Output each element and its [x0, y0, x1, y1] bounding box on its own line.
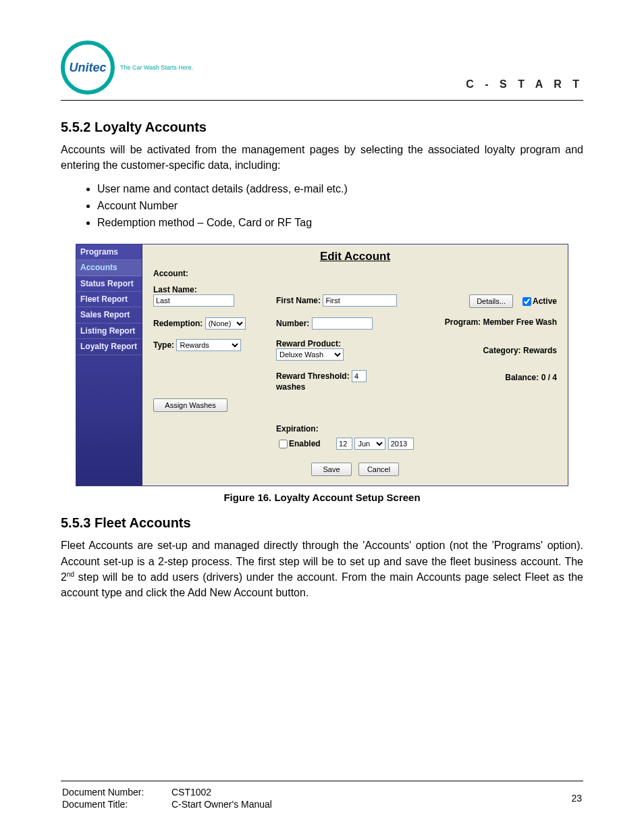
- active-label: Active: [533, 296, 557, 306]
- account-label: Account:: [153, 269, 188, 278]
- bullet-item: User name and contact details (address, …: [97, 181, 583, 198]
- section-552-bullets: User name and contact details (address, …: [61, 181, 583, 231]
- footer-doctitle-value: C-Start Owner's Manual: [171, 799, 540, 810]
- reward-threshold-unit: washes: [276, 382, 431, 392]
- category-value: Rewards: [523, 346, 557, 355]
- enabled-label: Enabled: [289, 439, 321, 448]
- enabled-checkbox[interactable]: [279, 440, 288, 448]
- type-label: Type:: [153, 340, 174, 350]
- sidebar: Programs Accounts Status Report Fleet Re…: [76, 244, 142, 486]
- sidebar-item-sales-report[interactable]: Sales Report: [76, 307, 142, 323]
- bullet-item: Account Number: [97, 198, 583, 215]
- type-select[interactable]: Rewards: [176, 339, 241, 351]
- cancel-button[interactable]: Cancel: [358, 463, 399, 476]
- section-553-para: Fleet Accounts are set-up and managed di…: [61, 538, 583, 600]
- sidebar-item-fleet-report[interactable]: Fleet Report: [76, 292, 142, 307]
- logo-tagline: The Car Wash Starts Here.: [120, 64, 193, 71]
- superscript-nd: nd: [67, 570, 74, 577]
- firstname-label: First Name:: [276, 296, 321, 305]
- logo-text: Unitec: [69, 61, 106, 75]
- redemption-label: Redemption:: [153, 319, 203, 328]
- footer-rule: [61, 781, 583, 781]
- reward-threshold-label: Reward Threshold:: [276, 371, 350, 381]
- lastname-label: Last Name:: [153, 285, 268, 294]
- reward-product-select[interactable]: Deluxe Wash: [276, 348, 344, 361]
- reward-product-label: Reward Product:: [276, 339, 431, 348]
- bullet-item: Redemption method – Code, Card or RF Tag: [97, 215, 583, 232]
- program-label: Program:: [445, 317, 481, 327]
- assign-washes-button[interactable]: Assign Washes: [153, 398, 227, 412]
- sidebar-item-status-report[interactable]: Status Report: [76, 276, 142, 292]
- number-input[interactable]: [312, 317, 373, 330]
- program-value: Member Free Wash: [483, 317, 557, 327]
- sidebar-item-programs[interactable]: Programs: [76, 244, 142, 260]
- redemption-select[interactable]: (None): [205, 317, 246, 330]
- category-label: Category:: [483, 346, 521, 355]
- expiration-month-select[interactable]: Jun: [354, 438, 385, 450]
- section-553-heading: 5.5.3 Fleet Accounts: [61, 515, 583, 531]
- active-checkbox[interactable]: [522, 297, 531, 306]
- figure-caption: Figure 16. Loyalty Account Setup Screen: [76, 492, 568, 503]
- sidebar-item-listing-report[interactable]: Listing Report: [76, 323, 142, 339]
- save-button[interactable]: Save: [311, 463, 352, 476]
- logo-mark: Unitec: [61, 41, 115, 95]
- expiration-day-input[interactable]: [336, 438, 352, 450]
- logo: Unitec The Car Wash Starts Here.: [61, 41, 193, 95]
- section-553-para-b: step will be to add users (drivers) unde…: [61, 571, 583, 598]
- balance-value: 0 / 4: [541, 373, 557, 382]
- sidebar-item-accounts[interactable]: Accounts: [76, 260, 142, 276]
- doc-header-right: C - S T A R T: [466, 78, 583, 95]
- footer-docnum-label: Document Number:: [62, 787, 170, 798]
- balance-label: Balance:: [505, 373, 539, 382]
- footer-table: Document Number: CST1002 23 Document Tit…: [61, 785, 583, 811]
- expiration-label: Expiration:: [276, 424, 479, 434]
- section-552-heading: 5.5.2 Loyalty Accounts: [61, 120, 583, 135]
- sidebar-item-loyalty-report[interactable]: Loyalty Report: [76, 339, 142, 355]
- reward-threshold-input[interactable]: [352, 370, 367, 382]
- number-label: Number:: [276, 319, 309, 328]
- details-button[interactable]: Details...: [469, 294, 513, 308]
- footer-page-number: 23: [541, 787, 582, 810]
- edit-account-screenshot: Programs Accounts Status Report Fleet Re…: [76, 244, 568, 487]
- header-rule: [61, 100, 583, 101]
- lastname-input[interactable]: [153, 294, 234, 307]
- section-552-para: Accounts will be activated from the mana…: [61, 142, 583, 173]
- panel-title: Edit Account: [153, 250, 557, 263]
- firstname-input[interactable]: [323, 294, 397, 307]
- expiration-year-input[interactable]: [388, 438, 414, 450]
- footer-docnum-value: CST1002: [171, 787, 540, 798]
- footer-doctitle-label: Document Title:: [62, 799, 170, 810]
